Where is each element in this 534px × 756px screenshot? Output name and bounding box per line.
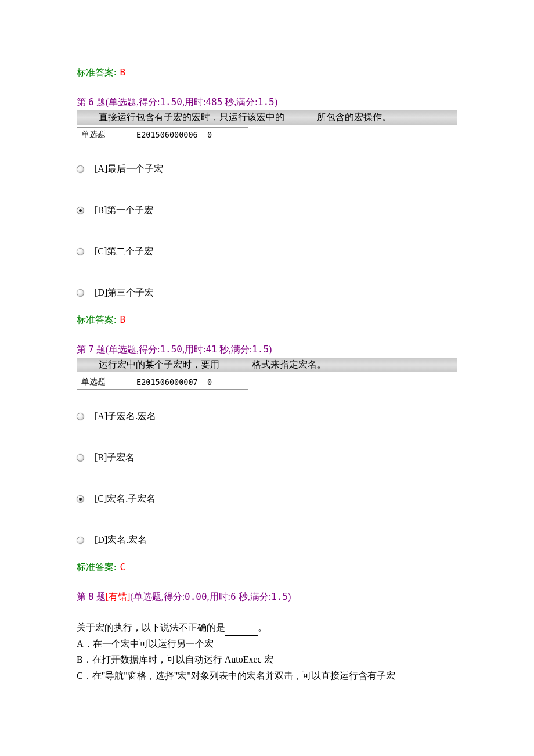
option-text: [A]子宏名.宏名 bbox=[95, 411, 156, 423]
meta-type-cell: 单选题 bbox=[77, 128, 132, 142]
q-score: 1.50 bbox=[160, 96, 182, 107]
q-end: ) bbox=[269, 344, 272, 354]
option-text: [D]宏名.宏名 bbox=[95, 534, 147, 546]
meta-sub-cell: 0 bbox=[203, 128, 248, 142]
option-a[interactable]: [A]最后一个子宏 bbox=[77, 163, 457, 175]
radio-icon[interactable] bbox=[77, 165, 84, 173]
q-number: 7 bbox=[88, 344, 94, 355]
q-time-prefix: ,用时: bbox=[182, 344, 205, 354]
question-7-prompt: 运行宏中的某个子宏时，要用 格式来指定宏名。 bbox=[77, 358, 457, 372]
q-time-suffix: 秒,满分: bbox=[236, 592, 271, 602]
question-8-block: 第 8 题[有错](单选题,得分:0.00,用时:6 秒,满分:1.5) 关于宏… bbox=[77, 591, 457, 683]
prompt-after: 格式来指定宏名。 bbox=[252, 359, 326, 369]
q8-option-a-line: A．在一个宏中可以运行另一个宏 bbox=[77, 636, 457, 651]
option-d[interactable]: [D]第三个子宏 bbox=[77, 287, 457, 299]
q8-option-c-line: C．在"导航"窗格，选择"宏"对象列表中的宏名并双击，可以直接运行含有子宏 bbox=[77, 668, 457, 683]
table-row: 单选题 E201506000007 0 bbox=[77, 375, 248, 390]
q-full: 1.5 bbox=[271, 591, 288, 602]
q-full: 1.5 bbox=[258, 96, 275, 107]
q-time-suffix: 秒,满分: bbox=[222, 97, 257, 107]
q-end: ) bbox=[288, 592, 291, 602]
q-number: 6 bbox=[88, 96, 94, 107]
question-6-prompt: 直接运行包含有子宏的宏时，只运行该宏中的 所包含的宏操作。 bbox=[77, 110, 457, 125]
question-7-block: 第 7 题(单选题,得分:1.50,用时:41 秒,满分:1.5) 运行宏中的某… bbox=[77, 344, 457, 546]
standard-answer-label-prev: 标准答案: B bbox=[77, 67, 457, 79]
option-text: [A]最后一个子宏 bbox=[95, 163, 163, 175]
radio-icon[interactable] bbox=[77, 248, 84, 255]
question-8-body: 关于宏的执行，以下说法不正确的是 。 A．在一个宏中可以运行另一个宏 B．在打开… bbox=[77, 620, 457, 683]
meta-code-cell: E201506000006 bbox=[132, 128, 203, 142]
question-6-meta-table: 单选题 E201506000006 0 bbox=[77, 127, 248, 142]
q-score: 0.00 bbox=[185, 591, 207, 602]
option-a[interactable]: [A]子宏名.宏名 bbox=[77, 411, 457, 423]
meta-sub-cell: 0 bbox=[203, 375, 248, 390]
prompt-after: 所包含的宏操作。 bbox=[317, 112, 391, 122]
question-6-header: 第 6 题(单选题,得分:1.50,用时:485 秒,满分:1.5) bbox=[77, 96, 457, 109]
answer-value-text: B bbox=[120, 314, 125, 325]
answer-value-text: B bbox=[120, 67, 125, 78]
q-mid: 题(单选题,得分: bbox=[94, 97, 160, 107]
option-b[interactable]: [B]第一个子宏 bbox=[77, 204, 457, 217]
option-text: [B]子宏名 bbox=[95, 452, 135, 464]
radio-icon[interactable] bbox=[77, 413, 84, 420]
table-row: 单选题 E201506000006 0 bbox=[77, 128, 248, 142]
q8-option-b-line: B．在打开数据库时，可以自动运行 AutoExec 宏 bbox=[77, 651, 457, 667]
option-d[interactable]: [D]宏名.宏名 bbox=[77, 534, 457, 546]
q-prefix: 第 bbox=[77, 344, 88, 354]
q-score: 1.50 bbox=[160, 344, 182, 355]
question-7-header: 第 7 题(单选题,得分:1.50,用时:41 秒,满分:1.5) bbox=[77, 344, 457, 356]
has-error-badge: [有错] bbox=[106, 592, 131, 602]
q-end: ) bbox=[275, 97, 277, 107]
meta-type-cell: 单选题 bbox=[77, 375, 132, 390]
q-time-prefix: ,用时: bbox=[182, 97, 205, 107]
option-c[interactable]: [C]第二个子宏 bbox=[77, 246, 457, 258]
option-c[interactable]: [C]宏名.子宏名 bbox=[77, 493, 457, 505]
answer-label-text: 标准答案: bbox=[77, 562, 116, 572]
q-prefix: 第 bbox=[77, 97, 88, 107]
fill-blank bbox=[284, 112, 317, 123]
radio-icon[interactable] bbox=[77, 495, 84, 503]
q-mid2: (单选题,得分: bbox=[130, 592, 185, 602]
fill-blank bbox=[225, 620, 258, 636]
q-number: 8 bbox=[88, 591, 94, 602]
question-7-meta-table: 单选题 E201506000007 0 bbox=[77, 375, 248, 390]
prompt-before: 关于宏的执行，以下说法不正确的是 bbox=[77, 622, 225, 632]
q8-prompt-line: 关于宏的执行，以下说法不正确的是 。 bbox=[77, 620, 457, 636]
q-time: 6 bbox=[230, 591, 236, 602]
q-prefix: 第 bbox=[77, 592, 88, 602]
prompt-before: 运行宏中的某个子宏时，要用 bbox=[99, 359, 219, 369]
answer-label-text: 标准答案: bbox=[77, 67, 116, 77]
q-time: 41 bbox=[205, 344, 217, 355]
option-b[interactable]: [B]子宏名 bbox=[77, 452, 457, 464]
radio-icon[interactable] bbox=[77, 537, 84, 544]
q-time-prefix: ,用时: bbox=[207, 592, 230, 602]
option-text: [D]第三个子宏 bbox=[95, 287, 154, 299]
radio-icon[interactable] bbox=[77, 207, 84, 214]
radio-icon[interactable] bbox=[77, 289, 84, 297]
fill-blank bbox=[219, 359, 252, 370]
option-text: [C]宏名.子宏名 bbox=[95, 493, 156, 505]
q-full: 1.5 bbox=[252, 344, 269, 355]
q-time: 485 bbox=[205, 96, 222, 107]
answer-value-text: C bbox=[120, 561, 125, 573]
answer-label-text: 标准答案: bbox=[77, 315, 116, 325]
prompt-after: 。 bbox=[258, 622, 267, 632]
standard-answer-label-q7: 标准答案: C bbox=[77, 561, 457, 574]
prompt-before: 直接运行包含有子宏的宏时，只运行该宏中的 bbox=[99, 112, 284, 122]
q-time-suffix: 秒,满分: bbox=[217, 344, 252, 354]
standard-answer-label-q6: 标准答案: B bbox=[77, 314, 457, 326]
q-mid1: 题 bbox=[94, 592, 106, 602]
option-text: [C]第二个子宏 bbox=[95, 246, 153, 258]
question-6-block: 第 6 题(单选题,得分:1.50,用时:485 秒,满分:1.5) 直接运行包… bbox=[77, 96, 457, 299]
q-mid: 题(单选题,得分: bbox=[94, 344, 160, 354]
option-text: [B]第一个子宏 bbox=[95, 204, 153, 217]
meta-code-cell: E201506000007 bbox=[132, 375, 203, 390]
radio-icon[interactable] bbox=[77, 454, 84, 462]
question-8-header: 第 8 题[有错](单选题,得分:0.00,用时:6 秒,满分:1.5) bbox=[77, 591, 457, 603]
